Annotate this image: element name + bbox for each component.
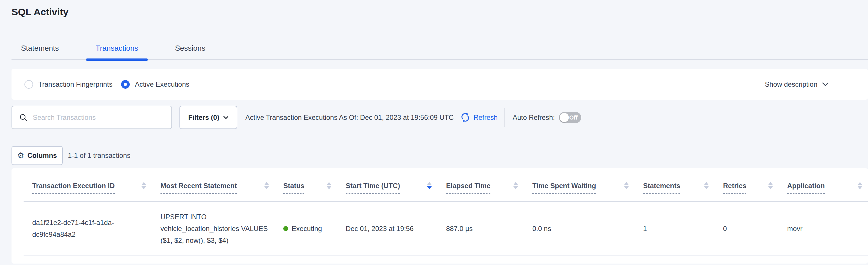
- tab-transactions[interactable]: Transactions: [96, 44, 138, 59]
- transactions-table: Transaction Execution ID Most Recent Sta…: [24, 168, 868, 256]
- columns-button[interactable]: ⚙ Columns: [11, 146, 63, 165]
- auto-refresh-toggle[interactable]: Off: [559, 112, 581, 123]
- view-mode-radio-group: Transaction Fingerprints Active Executio…: [25, 80, 198, 89]
- sort-arrows-icon[interactable]: [704, 182, 709, 189]
- radio-unselected-icon[interactable]: [25, 80, 33, 89]
- sort-arrows-icon[interactable]: [624, 182, 629, 189]
- cell-application: movr: [779, 201, 868, 256]
- column-header-time-spent-waiting[interactable]: Time Spent Waiting: [524, 168, 634, 201]
- column-header-status[interactable]: Status: [275, 168, 337, 201]
- column-header-statements[interactable]: Statements: [634, 168, 714, 201]
- show-description-label: Show description: [765, 80, 817, 88]
- search-icon: [19, 113, 28, 122]
- cell-start-time: Dec 01, 2023 at 19:56: [337, 201, 437, 256]
- status-label: Executing: [291, 223, 322, 235]
- cell-status: Executing: [275, 201, 337, 256]
- table-header-row: Transaction Execution ID Most Recent Sta…: [24, 168, 868, 201]
- refresh-button[interactable]: Refresh: [460, 112, 498, 123]
- sort-arrows-icon[interactable]: [142, 182, 146, 189]
- cell-retries: 0: [714, 201, 779, 256]
- radio-label: Active Executions: [135, 80, 189, 88]
- status-dot-icon: [283, 226, 288, 231]
- as-of-text: Active Transaction Executions As Of: Dec…: [245, 113, 454, 122]
- sql-activity-tabs: Statements Transactions Sessions: [11, 44, 868, 60]
- vertical-divider: [504, 108, 505, 127]
- toggle-knob: [560, 113, 569, 122]
- refresh-label: Refresh: [473, 113, 498, 122]
- radio-selected-icon[interactable]: [121, 80, 130, 89]
- sort-arrows-icon[interactable]: [514, 182, 518, 189]
- cell-time-spent-waiting: 0.0 ns: [524, 201, 634, 256]
- radio-label: Transaction Fingerprints: [38, 80, 113, 88]
- table-toolbar: ⚙ Columns 1-1 of 1 transactions: [11, 146, 868, 165]
- filters-button[interactable]: Filters (0): [180, 106, 237, 129]
- cell-statements: 1: [634, 201, 714, 256]
- search-input[interactable]: [33, 113, 165, 122]
- column-header-most-recent-statement[interactable]: Most Recent Statement: [152, 168, 275, 201]
- sort-arrows-icon[interactable]: [264, 182, 269, 189]
- view-mode-panel: Transaction Fingerprints Active Executio…: [11, 69, 868, 100]
- sort-arrows-icon[interactable]: [427, 182, 432, 189]
- columns-label: Columns: [27, 152, 57, 160]
- sort-arrows-icon[interactable]: [327, 182, 331, 189]
- show-description-toggle[interactable]: Show description: [765, 80, 829, 88]
- toggle-state-label: Off: [569, 112, 578, 123]
- table-controls-row: Filters (0) Active Transaction Execution…: [11, 106, 868, 129]
- refresh-icon: [460, 112, 470, 123]
- cell-elapsed-time: 887.0 µs: [437, 201, 524, 256]
- radio-transaction-fingerprints[interactable]: Transaction Fingerprints: [25, 80, 113, 89]
- tab-statements[interactable]: Statements: [21, 44, 59, 59]
- column-header-elapsed-time[interactable]: Elapsed Time: [437, 168, 524, 201]
- column-header-transaction-execution-id[interactable]: Transaction Execution ID: [24, 168, 152, 201]
- cell-most-recent-statement: UPSERT INTO vehicle_location_histories V…: [152, 201, 275, 256]
- tab-sessions[interactable]: Sessions: [175, 44, 205, 59]
- transactions-table-panel: Transaction Execution ID Most Recent Sta…: [11, 168, 868, 264]
- search-box: [11, 106, 172, 129]
- column-header-retries[interactable]: Retries: [714, 168, 779, 201]
- auto-refresh-label: Auto Refresh:: [513, 113, 555, 122]
- sort-arrows-icon[interactable]: [858, 182, 862, 189]
- chevron-down-icon: [223, 116, 229, 119]
- sort-arrows-icon[interactable]: [768, 182, 773, 189]
- column-header-application[interactable]: Application: [779, 168, 868, 201]
- result-count: 1-1 of 1 transactions: [68, 152, 130, 160]
- cell-transaction-execution-id: da1f21e2-de71-4c1f-a1da-dc9fc94a84a2: [24, 201, 152, 256]
- filters-label: Filters (0): [188, 113, 219, 122]
- chevron-down-icon: [822, 82, 829, 86]
- radio-active-executions[interactable]: Active Executions: [121, 80, 189, 89]
- gear-icon: ⚙: [17, 152, 24, 160]
- column-header-start-time[interactable]: Start Time (UTC): [337, 168, 437, 201]
- table-row: da1f21e2-de71-4c1f-a1da-dc9fc94a84a2 UPS…: [24, 201, 868, 256]
- page-title: SQL Activity: [11, 6, 868, 18]
